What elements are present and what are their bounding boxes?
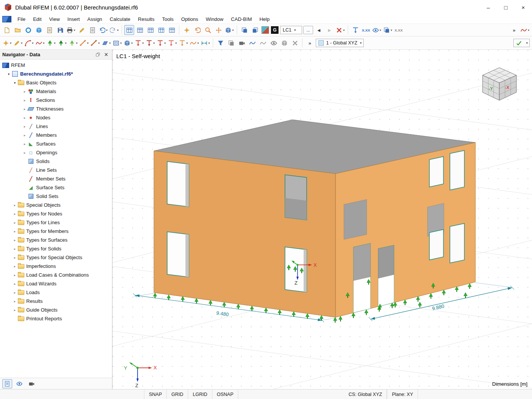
dimension-tool-button[interactable]: ▾ bbox=[200, 38, 211, 48]
menu-assign[interactable]: Assign bbox=[84, 15, 106, 23]
arrange-views-button[interactable] bbox=[279, 38, 289, 48]
close-panel-button[interactable] bbox=[102, 51, 110, 58]
toolbar-overflow-button[interactable]: » bbox=[305, 38, 315, 48]
door-opening[interactable] bbox=[378, 245, 394, 307]
chevron-collapsed-icon[interactable]: ▸ bbox=[12, 238, 17, 242]
chevron-collapsed-icon[interactable]: ▸ bbox=[12, 282, 17, 286]
chevron-collapsed-icon[interactable]: ▸ bbox=[12, 212, 17, 216]
tree-item-types-for-lines[interactable]: ▸ Types for Lines bbox=[0, 218, 112, 227]
dropdown-arrow-icon[interactable]: ▾ bbox=[164, 41, 166, 45]
menu-edit[interactable]: Edit bbox=[29, 15, 45, 23]
dropdown-arrow-icon[interactable]: ▾ bbox=[117, 28, 119, 32]
dropdown-arrow-icon[interactable]: ▾ bbox=[65, 41, 66, 45]
tree-item-member-sets[interactable]: ╱ Member Sets bbox=[0, 174, 112, 183]
coordinate-system-status[interactable]: CS: Global XYZ bbox=[344, 390, 387, 399]
nodal-load-button[interactable]: ▾ bbox=[134, 38, 144, 48]
insert-surface-button[interactable]: ▾ bbox=[101, 38, 111, 48]
toolbar-overflow-button[interactable]: » bbox=[509, 25, 519, 35]
split-horizontal-button[interactable] bbox=[239, 25, 249, 35]
tree-item-members[interactable]: ▸ ╱ Members bbox=[0, 131, 112, 139]
menu-tools[interactable]: Tools bbox=[158, 15, 177, 23]
filter-button[interactable] bbox=[215, 38, 225, 48]
tree-item-surface-sets[interactable]: ◢ Surface Sets bbox=[0, 183, 112, 192]
chevron-collapsed-icon[interactable]: ▸ bbox=[12, 308, 17, 312]
dropdown-arrow-icon[interactable]: ▾ bbox=[87, 41, 89, 45]
insert-spline-button[interactable]: ▾ bbox=[35, 38, 45, 48]
edit-printout-button[interactable] bbox=[77, 25, 87, 35]
menu-window[interactable]: Window bbox=[202, 15, 227, 23]
tree-item-types-for-special-objects[interactable]: ▸ Types for Special Objects bbox=[0, 253, 112, 262]
chevron-expanded-icon[interactable]: ▾ bbox=[12, 81, 17, 85]
dropdown-arrow-icon[interactable]: ▾ bbox=[98, 41, 100, 45]
tree-item-results[interactable]: ▸ Results bbox=[0, 297, 112, 306]
dropdown-arrow-icon[interactable]: ▾ bbox=[54, 41, 55, 45]
dropdown-arrow-icon[interactable]: ▾ bbox=[76, 41, 78, 45]
dropdown-arrow-icon[interactable]: ▾ bbox=[197, 41, 199, 45]
surface-load-button[interactable]: ▾ bbox=[167, 38, 177, 48]
dropdown-arrow-icon[interactable]: ▾ bbox=[175, 41, 177, 45]
dropdown-arrow-icon[interactable]: ▾ bbox=[43, 41, 44, 45]
tree-item-types-for-surfaces[interactable]: ▸ Types for Surfaces bbox=[0, 236, 112, 244]
paste-button[interactable] bbox=[44, 25, 54, 35]
tree-item-imperfections[interactable]: ▸ Imperfections bbox=[0, 262, 112, 271]
door-opening[interactable] bbox=[353, 243, 370, 313]
table-docked-button[interactable] bbox=[146, 25, 155, 35]
open-model-button[interactable] bbox=[13, 25, 22, 35]
chevron-collapsed-icon[interactable]: ▸ bbox=[12, 264, 17, 268]
printout-report-button[interactable] bbox=[87, 25, 97, 35]
menu-cad-bim[interactable]: CAD-BIM bbox=[227, 15, 256, 23]
navigator-views-tab[interactable] bbox=[2, 379, 12, 388]
result-diagram-button[interactable] bbox=[247, 38, 257, 48]
smooth-results-button[interactable] bbox=[258, 38, 268, 48]
menu-options[interactable]: Options bbox=[177, 15, 202, 23]
dropdown-arrow-icon[interactable]: ▾ bbox=[131, 41, 133, 45]
chevron-expanded-icon[interactable]: ▾ bbox=[6, 72, 11, 76]
window-opening[interactable] bbox=[429, 157, 443, 187]
delete-load-case-button[interactable]: ▾ bbox=[335, 25, 345, 35]
graphics-window[interactable]: 9.480 9.880 X bbox=[112, 50, 532, 389]
show-load-values-button[interactable]: X.XX bbox=[361, 25, 371, 35]
chevron-collapsed-icon[interactable]: ▸ bbox=[12, 291, 17, 294]
rotate-view-button[interactable] bbox=[192, 25, 202, 35]
menu-help[interactable]: Help bbox=[256, 15, 274, 23]
free-load-button[interactable]: ▾ bbox=[178, 38, 188, 48]
tree-item-guide-objects[interactable]: ▸ Guide Objects bbox=[0, 306, 112, 314]
insert-line-button[interactable]: ▾ bbox=[13, 38, 23, 48]
member-load-button[interactable]: ▾ bbox=[156, 38, 166, 48]
dropdown-arrow-icon[interactable]: ▾ bbox=[142, 41, 144, 45]
tree-item-sections[interactable]: ▸ I Sections bbox=[0, 96, 112, 104]
tree-item-types-for-nodes[interactable]: ▸ Types for Nodes bbox=[0, 209, 112, 218]
tree-item-basic-objects[interactable]: ▾ Basic Objects bbox=[0, 78, 112, 87]
insert-block-button[interactable]: ▾ bbox=[224, 25, 234, 35]
dropdown-arrow-icon[interactable]: ▾ bbox=[10, 41, 11, 45]
chevron-collapsed-icon[interactable]: ▸ bbox=[22, 151, 27, 155]
show-loads-button[interactable] bbox=[350, 25, 360, 35]
chevron-collapsed-icon[interactable]: ▸ bbox=[12, 221, 17, 225]
chevron-down-icon[interactable]: ▾ bbox=[294, 28, 296, 32]
tree-item-surfaces[interactable]: ▸ ◣ Surfaces bbox=[0, 139, 112, 148]
dropdown-arrow-icon[interactable]: ▾ bbox=[380, 28, 381, 32]
menu-results[interactable]: Results bbox=[134, 15, 158, 23]
undo-button[interactable]: ▾ bbox=[98, 25, 108, 35]
window-opening[interactable] bbox=[429, 230, 443, 260]
load-case-next-button[interactable]: ▶ bbox=[325, 25, 334, 35]
dropdown-arrow-icon[interactable]: ▾ bbox=[391, 28, 392, 32]
tree-item-nodes[interactable]: ▸ Nodes bbox=[0, 113, 112, 122]
insert-rib-button[interactable]: ▾ bbox=[90, 38, 100, 48]
menu-insert[interactable]: Insert bbox=[63, 15, 84, 23]
calculate-button[interactable]: ▾ bbox=[520, 25, 530, 35]
dropdown-arrow-icon[interactable]: ▾ bbox=[343, 28, 345, 32]
insert-solid-button[interactable]: ▾ bbox=[123, 38, 133, 48]
float-panel-button[interactable] bbox=[94, 51, 101, 58]
clean-display-button[interactable] bbox=[290, 38, 300, 48]
save-button[interactable] bbox=[55, 25, 65, 35]
section-button[interactable] bbox=[237, 38, 247, 48]
chevron-collapsed-icon[interactable]: ▸ bbox=[12, 299, 17, 303]
insert-node-tool-button[interactable] bbox=[182, 25, 192, 35]
chevron-collapsed-icon[interactable]: ▸ bbox=[12, 203, 17, 207]
osnap-toggle[interactable]: OSNAP bbox=[212, 390, 239, 399]
tree-item-types-for-members[interactable]: ▸ Types for Members bbox=[0, 227, 112, 236]
lgrid-toggle[interactable]: LGRID bbox=[188, 390, 212, 399]
grid-toggle[interactable]: GRID bbox=[167, 390, 188, 399]
chevron-collapsed-icon[interactable]: ▸ bbox=[22, 116, 27, 120]
